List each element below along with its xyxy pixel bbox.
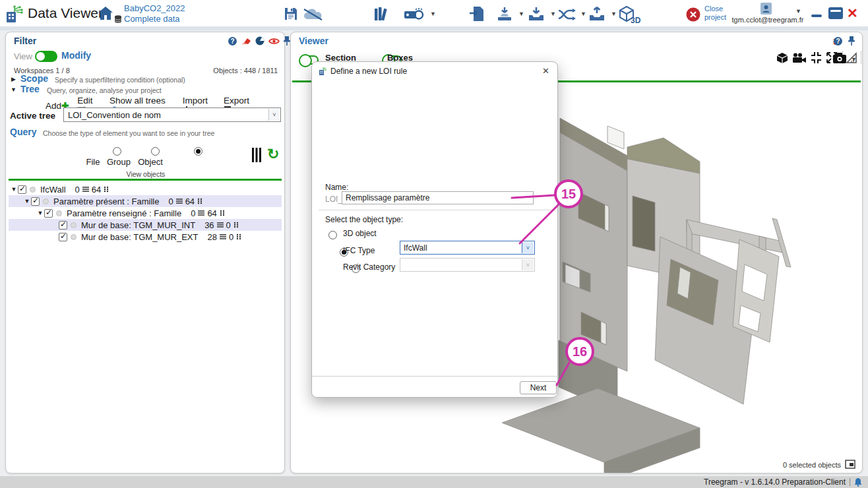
scope-section-label[interactable]: Scope bbox=[20, 73, 48, 84]
tray-upload-caret[interactable]: ▼ bbox=[611, 11, 617, 17]
revit-category-select: ˅ bbox=[400, 258, 535, 272]
active-tree-label: Active tree bbox=[10, 111, 55, 121]
radio-object[interactable] bbox=[194, 147, 202, 156]
notifications-bell-icon[interactable] bbox=[853, 477, 863, 487]
row-label: IfcWall bbox=[40, 185, 66, 195]
columns-icon[interactable] bbox=[251, 148, 262, 162]
dots-count-icon bbox=[233, 222, 240, 228]
row-checkbox[interactable] bbox=[44, 209, 53, 218]
row-status-dot bbox=[43, 198, 49, 204]
window-maximize-button[interactable] bbox=[828, 7, 843, 19]
library-icon[interactable] bbox=[373, 7, 390, 21]
tree-section-label[interactable]: Tree bbox=[20, 84, 40, 94]
dataset-name[interactable]: Complete data bbox=[124, 14, 180, 24]
stamp-import-caret[interactable]: ▼ bbox=[518, 11, 524, 17]
query-hint: Choose the type of element you want to s… bbox=[43, 129, 214, 137]
row-checkbox[interactable] bbox=[18, 185, 26, 194]
row-status-dot bbox=[71, 222, 77, 228]
eye-icon[interactable] bbox=[268, 38, 280, 45]
radio-file[interactable] bbox=[113, 147, 121, 156]
radio-group[interactable] bbox=[151, 147, 160, 156]
tree-row[interactable]: ▼ Paramètre renseigné : Famille 0 64 bbox=[9, 207, 282, 219]
tree-hint: Query, organize, analyse your project bbox=[47, 86, 162, 94]
camera-path-icon[interactable] bbox=[792, 53, 807, 63]
row-label: Paramètre présent : Famille bbox=[53, 197, 159, 206]
row-checkbox[interactable] bbox=[31, 197, 40, 206]
tree-row[interactable]: Mur de base: TGM_MUR_EXT 28 0 bbox=[9, 231, 282, 243]
row-collapse-caret[interactable]: ▼ bbox=[23, 198, 31, 204]
tray-download-caret[interactable]: ▼ bbox=[550, 11, 556, 17]
row-count2: 0 bbox=[226, 220, 231, 230]
projector-icon[interactable] bbox=[404, 9, 426, 20]
scope-expand-caret[interactable]: ▶ bbox=[11, 76, 16, 82]
home-icon[interactable] bbox=[98, 6, 113, 20]
row-label: Mur de base: TGM_MUR_EXT bbox=[81, 232, 198, 242]
snapshot-camera-icon[interactable] bbox=[833, 53, 846, 63]
view-modify-toggle[interactable] bbox=[35, 51, 57, 62]
project-name[interactable]: BabyCO2_2022 bbox=[124, 3, 185, 13]
icon-separator bbox=[861, 51, 861, 64]
dialog-close-icon[interactable]: ✕ bbox=[542, 66, 549, 76]
lines-count-icon bbox=[217, 222, 224, 228]
dialog-divider bbox=[319, 210, 552, 210]
filter-panel: Filter ? View Modify Workspaces 1 / 8 Ob… bbox=[5, 32, 285, 473]
user-dropdown-caret[interactable]: ▼ bbox=[795, 8, 801, 15]
row-count1: 36 bbox=[204, 220, 214, 230]
viewer-pin-icon[interactable] bbox=[848, 36, 855, 46]
eraser-icon[interactable] bbox=[241, 37, 251, 46]
radio-ifc-type-label: IFC Type bbox=[343, 246, 375, 255]
projector-dropdown-caret[interactable]: ▼ bbox=[430, 11, 436, 17]
status-version-text: Treegram - v 1.6.14.0 Preparation-Client bbox=[704, 477, 846, 487]
active-tree-select[interactable]: LOI_Convention de nom ˅ bbox=[63, 107, 281, 122]
toolbar-divider bbox=[0, 26, 868, 30]
tree-row[interactable]: Mur de base: TGM_MUR_INT 36 0 bbox=[9, 219, 282, 231]
query-section-label[interactable]: Query bbox=[10, 127, 36, 137]
ifc-type-caret[interactable]: ˅ bbox=[522, 242, 534, 253]
object-type-label: Select the object type: bbox=[325, 215, 403, 224]
scope-hint: Specify a superfiltering condition (opti… bbox=[55, 76, 185, 84]
name-prefix: LOI_ bbox=[325, 195, 342, 204]
save-icon[interactable] bbox=[284, 7, 298, 21]
import-file-icon[interactable] bbox=[470, 6, 484, 22]
snapshot-caret[interactable]: ▼ bbox=[851, 56, 857, 63]
ifc-type-select[interactable]: IfcWall ˅ bbox=[400, 241, 535, 255]
filter-help-icon[interactable]: ? bbox=[228, 37, 237, 46]
active-tree-caret[interactable]: ˅ bbox=[268, 109, 280, 121]
user-badge-icon[interactable] bbox=[760, 2, 772, 15]
shuffle-caret[interactable]: ▼ bbox=[580, 11, 586, 17]
tray-download-icon[interactable] bbox=[528, 7, 545, 22]
viewer-panel-title: Viewer bbox=[299, 36, 328, 46]
viewer-help-icon[interactable]: ? bbox=[834, 37, 842, 46]
dialog-logo-icon bbox=[319, 66, 328, 76]
window-minimize-button[interactable] bbox=[811, 15, 822, 17]
row-collapse-caret[interactable]: ▼ bbox=[36, 210, 44, 216]
row-checkbox[interactable] bbox=[59, 233, 67, 241]
row-checkbox[interactable] bbox=[59, 221, 67, 229]
viewer-cube-icon[interactable] bbox=[776, 52, 788, 64]
cloud-offline-icon[interactable] bbox=[302, 8, 325, 21]
row-label: Mur de base: TGM_MUR_INT bbox=[81, 220, 195, 230]
tree-row[interactable]: ▼ IfcWall 0 64 bbox=[9, 183, 282, 195]
row-collapse-caret[interactable]: ▼ bbox=[10, 186, 18, 193]
shuffle-icon[interactable] bbox=[558, 9, 576, 20]
dialog-title: Define a new LOI rule bbox=[330, 67, 407, 76]
user-email[interactable]: tgm.cclot@treegram.fr bbox=[724, 16, 811, 24]
view-label: View bbox=[14, 51, 32, 61]
zoom-fit-in-icon[interactable] bbox=[811, 52, 822, 63]
close-project-icon[interactable] bbox=[686, 7, 700, 22]
refresh-icon[interactable]: ↻ bbox=[267, 146, 279, 163]
pie-chart-icon[interactable] bbox=[255, 36, 264, 46]
lines-count-icon bbox=[220, 233, 226, 240]
selection-box-icon[interactable] bbox=[845, 460, 855, 469]
row-count1: 0 bbox=[191, 208, 195, 218]
radio-3d-object[interactable] bbox=[328, 231, 337, 239]
rule-name-input[interactable]: Remplissage paramètre bbox=[342, 191, 534, 204]
status-bar: Treegram - v 1.6.14.0 Preparation-Client… bbox=[0, 476, 868, 488]
tree-row[interactable]: ▼ Paramètre présent : Famille 0 64 bbox=[9, 195, 282, 207]
top-toolbar: Data Viewer BabyCO2_2022 Complete data ▼ bbox=[0, 0, 868, 26]
stamp-import-icon[interactable] bbox=[496, 7, 513, 22]
tree-collapse-caret[interactable]: ▼ bbox=[11, 86, 16, 93]
next-button[interactable]: Next bbox=[520, 381, 557, 394]
window-close-button[interactable]: ✕ bbox=[847, 5, 858, 21]
tray-upload-icon[interactable] bbox=[588, 7, 605, 22]
